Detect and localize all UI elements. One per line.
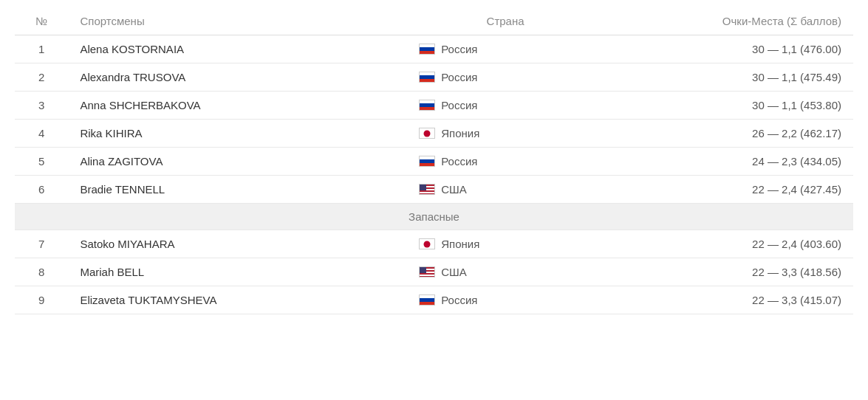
row-number: 3: [15, 92, 68, 120]
ru-flag-icon: [419, 72, 435, 83]
row-athlete: Anna SHCHERBAKOVA: [68, 92, 407, 120]
table-row: 1Alena KOSTORNAIAРоссия30 — 1,1 (476.00): [15, 35, 853, 63]
row-country: США: [407, 176, 604, 204]
table-header-row: № Спортсмены Страна Очки-Места (Σ баллов…: [15, 7, 853, 35]
row-country: Россия: [407, 35, 604, 63]
row-number: 1: [15, 35, 68, 63]
row-athlete: Mariah BELL: [68, 258, 407, 286]
country-name: Россия: [441, 99, 477, 111]
us-flag-icon: [419, 184, 435, 195]
row-country: Россия: [407, 286, 604, 314]
table-row: 7Satoko MIYAHARAЯпония22 — 2,4 (403.60): [15, 230, 853, 258]
country-name: Россия: [441, 155, 477, 168]
ru-flag-icon: [419, 156, 435, 167]
row-number: 9: [15, 286, 68, 314]
row-country: Япония: [407, 230, 604, 258]
row-score: 22 — 2,4 (427.45): [604, 176, 853, 204]
ranking-table: № Спортсмены Страна Очки-Места (Σ баллов…: [15, 7, 853, 314]
country-name: Россия: [441, 294, 477, 306]
country-name: США: [441, 266, 467, 278]
row-athlete: Rika KIHIRA: [68, 120, 407, 148]
row-number: 4: [15, 120, 68, 148]
reserves-label: Запасные: [15, 204, 853, 230]
ru-flag-icon: [419, 44, 435, 55]
country-name: Россия: [441, 43, 477, 55]
table-row: 6Bradie TENNELLСША22 — 2,4 (427.45): [15, 176, 853, 204]
row-score: 24 — 2,3 (434.05): [604, 148, 853, 176]
row-country: Россия: [407, 92, 604, 120]
row-score: 22 — 2,4 (403.60): [604, 230, 853, 258]
country-name: Россия: [441, 71, 477, 83]
country-name: Япония: [441, 127, 479, 139]
row-country: Россия: [407, 148, 604, 176]
country-name: США: [441, 183, 467, 196]
table-row: 2Alexandra TRUSOVAРоссия30 — 1,1 (475.49…: [15, 63, 853, 92]
ru-flag-icon: [419, 100, 435, 111]
table-row: 4Rika KIHIRAЯпония26 — 2,2 (462.17): [15, 120, 853, 148]
row-athlete: Alexandra TRUSOVA: [68, 63, 407, 92]
table-row: 5Alina ZAGITOVAРоссия24 — 2,3 (434.05): [15, 148, 853, 176]
header-score: Очки-Места (Σ баллов): [604, 7, 853, 35]
row-athlete: Bradie TENNELL: [68, 176, 407, 204]
ranking-table-container: № Спортсмены Страна Очки-Места (Σ баллов…: [0, 0, 868, 322]
row-number: 5: [15, 148, 68, 176]
header-num: №: [15, 7, 68, 35]
country-name: Япония: [441, 238, 479, 250]
row-score: 22 — 3,3 (415.07): [604, 286, 853, 314]
row-country: США: [407, 258, 604, 286]
row-number: 7: [15, 230, 68, 258]
row-score: 22 — 3,3 (418.56): [604, 258, 853, 286]
header-country: Страна: [407, 7, 604, 35]
row-score: 26 — 2,2 (462.17): [604, 120, 853, 148]
row-score: 30 — 1,1 (476.00): [604, 35, 853, 63]
row-score: 30 — 1,1 (475.49): [604, 63, 853, 92]
header-athlete: Спортсмены: [68, 7, 407, 35]
ru-flag-icon: [419, 294, 435, 306]
jp-flag-icon: [419, 238, 435, 249]
row-athlete: Alena KOSTORNAIA: [68, 35, 407, 63]
row-athlete: Alina ZAGITOVA: [68, 148, 407, 176]
row-athlete: Elizaveta TUKTAMYSHEVA: [68, 286, 407, 314]
row-score: 30 — 1,1 (453.80): [604, 92, 853, 120]
table-row: 8Mariah BELLСША22 — 3,3 (418.56): [15, 258, 853, 286]
jp-flag-icon: [419, 128, 435, 139]
row-number: 8: [15, 258, 68, 286]
row-country: Россия: [407, 63, 604, 92]
row-athlete: Satoko MIYAHARA: [68, 230, 407, 258]
us-flag-icon: [419, 266, 435, 277]
row-number: 2: [15, 63, 68, 92]
table-row: 9Elizaveta TUKTAMYSHEVAРоссия22 — 3,3 (4…: [15, 286, 853, 314]
row-country: Япония: [407, 120, 604, 148]
reserves-section-header: Запасные: [15, 204, 853, 230]
table-row: 3Anna SHCHERBAKOVAРоссия30 — 1,1 (453.80…: [15, 92, 853, 120]
row-number: 6: [15, 176, 68, 204]
